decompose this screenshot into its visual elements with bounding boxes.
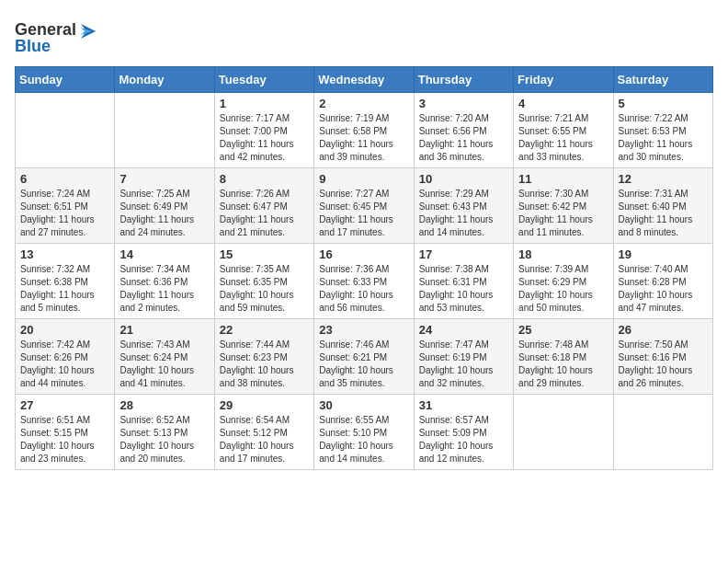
- day-info: Sunrise: 7:43 AM Sunset: 6:24 PM Dayligh…: [119, 339, 209, 390]
- day-info: Sunrise: 7:25 AM Sunset: 6:49 PM Dayligh…: [119, 188, 209, 239]
- day-info: Sunrise: 7:34 AM Sunset: 6:36 PM Dayligh…: [119, 263, 209, 315]
- calendar-cell: 30Sunrise: 6:55 AM Sunset: 5:10 PM Dayli…: [314, 395, 414, 470]
- day-number: 24: [419, 323, 508, 337]
- day-info: Sunrise: 6:54 AM Sunset: 5:12 PM Dayligh…: [220, 414, 309, 465]
- day-info: Sunrise: 7:48 AM Sunset: 6:18 PM Dayligh…: [518, 339, 608, 390]
- calendar-cell: 29Sunrise: 6:54 AM Sunset: 5:12 PM Dayli…: [214, 395, 313, 470]
- day-info: Sunrise: 7:30 AM Sunset: 6:42 PM Dayligh…: [518, 188, 608, 239]
- day-info: Sunrise: 7:21 AM Sunset: 6:55 PM Dayligh…: [518, 112, 608, 164]
- calendar-cell: 17Sunrise: 7:38 AM Sunset: 6:31 PM Dayli…: [414, 244, 513, 319]
- day-number: 29: [220, 398, 309, 412]
- logo: General Blue: [15, 15, 97, 55]
- calendar-cell: 9Sunrise: 7:27 AM Sunset: 6:45 PM Daylig…: [314, 168, 414, 244]
- page-header: General Blue: [15, 15, 713, 55]
- calendar-cell: 13Sunrise: 7:32 AM Sunset: 6:38 PM Dayli…: [16, 244, 115, 319]
- day-number: 25: [518, 323, 608, 337]
- day-number: 17: [419, 247, 508, 261]
- column-header-monday: Monday: [115, 67, 214, 93]
- calendar-cell: [613, 395, 712, 470]
- day-info: Sunrise: 7:26 AM Sunset: 6:47 PM Dayligh…: [220, 188, 309, 239]
- calendar-cell: 6Sunrise: 7:24 AM Sunset: 6:51 PM Daylig…: [16, 168, 115, 244]
- calendar-cell: 5Sunrise: 7:22 AM Sunset: 6:53 PM Daylig…: [613, 93, 712, 168]
- calendar-cell: 1Sunrise: 7:17 AM Sunset: 7:00 PM Daylig…: [214, 93, 313, 168]
- day-number: 12: [619, 172, 708, 186]
- svg-text:Blue: Blue: [15, 37, 51, 55]
- day-number: 27: [20, 398, 109, 412]
- day-info: Sunrise: 7:24 AM Sunset: 6:51 PM Dayligh…: [20, 188, 109, 239]
- day-info: Sunrise: 6:55 AM Sunset: 5:10 PM Dayligh…: [319, 414, 408, 465]
- calendar-cell: [115, 93, 214, 168]
- calendar-cell: 31Sunrise: 6:57 AM Sunset: 5:09 PM Dayli…: [414, 395, 513, 470]
- calendar-cell: 25Sunrise: 7:48 AM Sunset: 6:18 PM Dayli…: [514, 319, 613, 395]
- column-header-wednesday: Wednesday: [314, 67, 414, 93]
- day-number: 6: [20, 172, 109, 186]
- day-number: 2: [319, 97, 408, 110]
- logo-icon: General Blue: [15, 15, 97, 55]
- column-header-tuesday: Tuesday: [214, 67, 313, 93]
- calendar-cell: 8Sunrise: 7:26 AM Sunset: 6:47 PM Daylig…: [214, 168, 313, 244]
- day-number: 13: [20, 247, 109, 261]
- day-info: Sunrise: 7:27 AM Sunset: 6:45 PM Dayligh…: [319, 188, 408, 239]
- day-number: 4: [518, 97, 608, 110]
- day-info: Sunrise: 7:39 AM Sunset: 6:29 PM Dayligh…: [518, 263, 608, 315]
- day-info: Sunrise: 7:40 AM Sunset: 6:28 PM Dayligh…: [619, 263, 708, 315]
- calendar-cell: 16Sunrise: 7:36 AM Sunset: 6:33 PM Dayli…: [314, 244, 414, 319]
- column-header-sunday: Sunday: [16, 67, 115, 93]
- day-info: Sunrise: 7:31 AM Sunset: 6:40 PM Dayligh…: [619, 188, 708, 239]
- day-number: 22: [220, 323, 309, 337]
- day-info: Sunrise: 7:35 AM Sunset: 6:35 PM Dayligh…: [220, 263, 309, 315]
- calendar-cell: 3Sunrise: 7:20 AM Sunset: 6:56 PM Daylig…: [414, 93, 513, 168]
- calendar-cell: 20Sunrise: 7:42 AM Sunset: 6:26 PM Dayli…: [16, 319, 115, 395]
- day-info: Sunrise: 7:29 AM Sunset: 6:43 PM Dayligh…: [419, 188, 508, 239]
- day-number: 9: [319, 172, 408, 186]
- column-header-friday: Friday: [514, 67, 613, 93]
- day-number: 18: [518, 247, 608, 261]
- day-info: Sunrise: 6:51 AM Sunset: 5:15 PM Dayligh…: [20, 414, 109, 465]
- calendar-cell: 4Sunrise: 7:21 AM Sunset: 6:55 PM Daylig…: [514, 93, 613, 168]
- column-header-saturday: Saturday: [613, 67, 712, 93]
- day-info: Sunrise: 6:57 AM Sunset: 5:09 PM Dayligh…: [419, 414, 508, 465]
- calendar-cell: 26Sunrise: 7:50 AM Sunset: 6:16 PM Dayli…: [613, 319, 712, 395]
- day-number: 14: [119, 247, 209, 261]
- day-number: 31: [419, 398, 508, 412]
- column-header-thursday: Thursday: [414, 67, 513, 93]
- day-info: Sunrise: 7:32 AM Sunset: 6:38 PM Dayligh…: [20, 263, 109, 315]
- calendar-table: SundayMondayTuesdayWednesdayThursdayFrid…: [15, 66, 713, 470]
- day-info: Sunrise: 7:47 AM Sunset: 6:19 PM Dayligh…: [419, 339, 508, 390]
- calendar-cell: 14Sunrise: 7:34 AM Sunset: 6:36 PM Dayli…: [115, 244, 214, 319]
- calendar-cell: [16, 93, 115, 168]
- day-number: 26: [619, 323, 708, 337]
- day-info: Sunrise: 6:52 AM Sunset: 5:13 PM Dayligh…: [119, 414, 209, 465]
- day-info: Sunrise: 7:22 AM Sunset: 6:53 PM Dayligh…: [619, 112, 708, 164]
- day-info: Sunrise: 7:17 AM Sunset: 7:00 PM Dayligh…: [220, 112, 309, 164]
- calendar-cell: 23Sunrise: 7:46 AM Sunset: 6:21 PM Dayli…: [314, 319, 414, 395]
- day-number: 28: [119, 398, 209, 412]
- calendar-cell: 22Sunrise: 7:44 AM Sunset: 6:23 PM Dayli…: [214, 319, 313, 395]
- day-info: Sunrise: 7:42 AM Sunset: 6:26 PM Dayligh…: [20, 339, 109, 390]
- day-info: Sunrise: 7:46 AM Sunset: 6:21 PM Dayligh…: [319, 339, 408, 390]
- day-number: 10: [419, 172, 508, 186]
- day-number: 21: [119, 323, 209, 337]
- day-number: 30: [319, 398, 408, 412]
- day-number: 11: [518, 172, 608, 186]
- calendar-cell: 24Sunrise: 7:47 AM Sunset: 6:19 PM Dayli…: [414, 319, 513, 395]
- calendar-cell: 18Sunrise: 7:39 AM Sunset: 6:29 PM Dayli…: [514, 244, 613, 319]
- calendar-cell: 19Sunrise: 7:40 AM Sunset: 6:28 PM Dayli…: [613, 244, 712, 319]
- calendar-cell: 15Sunrise: 7:35 AM Sunset: 6:35 PM Dayli…: [214, 244, 313, 319]
- day-info: Sunrise: 7:20 AM Sunset: 6:56 PM Dayligh…: [419, 112, 508, 164]
- calendar-cell: 11Sunrise: 7:30 AM Sunset: 6:42 PM Dayli…: [514, 168, 613, 244]
- day-number: 8: [220, 172, 309, 186]
- day-number: 15: [220, 247, 309, 261]
- calendar-cell: 2Sunrise: 7:19 AM Sunset: 6:58 PM Daylig…: [314, 93, 414, 168]
- calendar-cell: 12Sunrise: 7:31 AM Sunset: 6:40 PM Dayli…: [613, 168, 712, 244]
- day-info: Sunrise: 7:50 AM Sunset: 6:16 PM Dayligh…: [619, 339, 708, 390]
- day-number: 1: [220, 97, 309, 110]
- day-info: Sunrise: 7:44 AM Sunset: 6:23 PM Dayligh…: [220, 339, 309, 390]
- day-number: 7: [119, 172, 209, 186]
- calendar-cell: [514, 395, 613, 470]
- day-number: 3: [419, 97, 508, 110]
- day-info: Sunrise: 7:36 AM Sunset: 6:33 PM Dayligh…: [319, 263, 408, 315]
- svg-text:General: General: [15, 20, 76, 39]
- calendar-cell: 27Sunrise: 6:51 AM Sunset: 5:15 PM Dayli…: [16, 395, 115, 470]
- calendar-cell: 7Sunrise: 7:25 AM Sunset: 6:49 PM Daylig…: [115, 168, 214, 244]
